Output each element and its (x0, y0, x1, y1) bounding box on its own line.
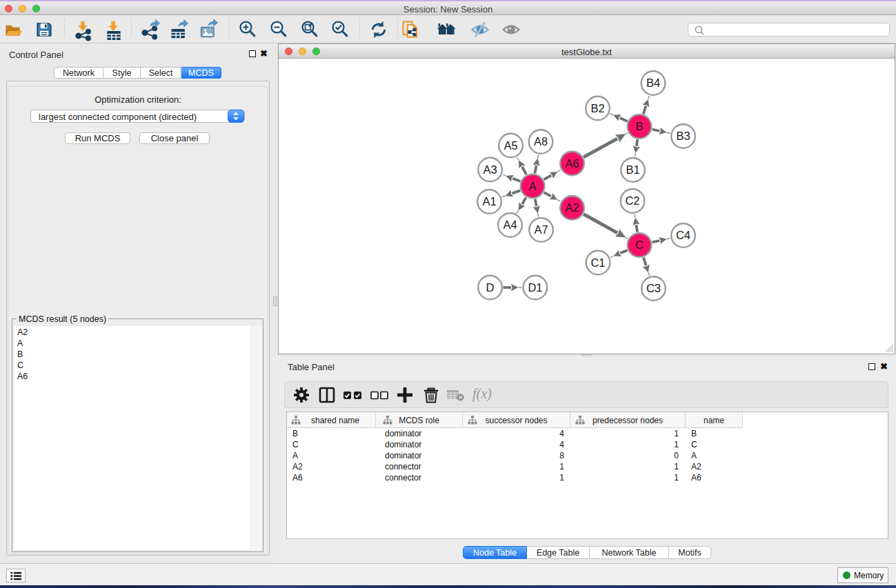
svg-text:A3: A3 (483, 163, 497, 176)
svg-text:C1: C1 (590, 256, 605, 269)
svg-text:B2: B2 (590, 102, 604, 114)
svg-text:A5: A5 (504, 139, 517, 152)
svg-text:B: B (635, 120, 643, 132)
svg-text:A8: A8 (534, 135, 548, 148)
svg-text:A1: A1 (482, 195, 496, 207)
svg-text:B4: B4 (646, 77, 660, 89)
svg-text:B1: B1 (626, 163, 639, 176)
svg-text:C: C (635, 239, 644, 251)
svg-text:A: A (528, 180, 536, 192)
svg-text:A7: A7 (534, 223, 548, 236)
svg-text:A4: A4 (503, 219, 517, 231)
svg-text:C2: C2 (625, 194, 639, 207)
svg-text:D: D (486, 281, 495, 294)
svg-text:C4: C4 (676, 229, 690, 241)
svg-text:D1: D1 (528, 281, 542, 294)
svg-text:A2: A2 (565, 201, 579, 214)
svg-text:B3: B3 (676, 130, 690, 142)
svg-text:A6: A6 (565, 157, 579, 170)
svg-text:C3: C3 (646, 282, 661, 294)
